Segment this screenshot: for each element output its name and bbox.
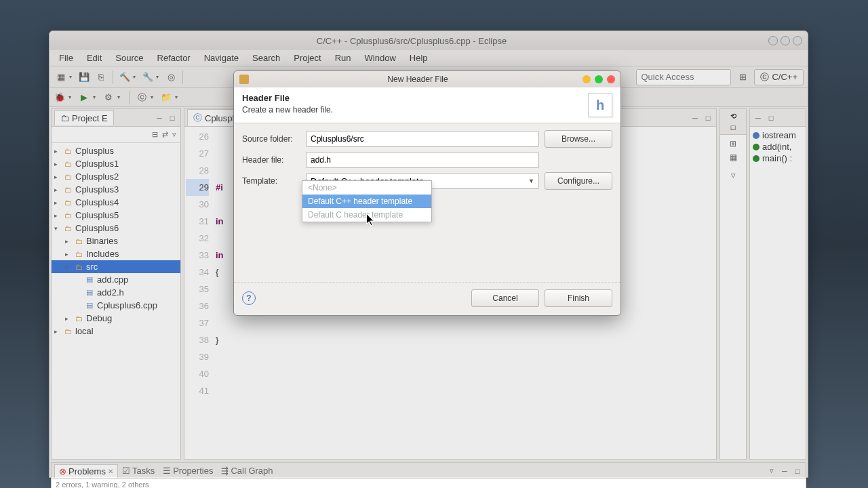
tree-item-add2-h[interactable]: ▤add2.h xyxy=(52,286,180,299)
save-all-icon[interactable]: ⎘ xyxy=(94,70,108,85)
tree-item-includes[interactable]: ▸🗀Includes xyxy=(52,247,180,260)
maximize-panel-icon-2[interactable]: □ xyxy=(731,123,736,131)
perspective-cpp[interactable]: ⓒ C/C++ xyxy=(754,69,804,85)
minimize-editor-icon[interactable]: ─ xyxy=(690,113,701,123)
open-perspective-icon[interactable]: ⊞ xyxy=(735,70,750,85)
run-icon[interactable]: ▶ xyxy=(78,92,90,104)
outline-item[interactable]: add(int, xyxy=(753,141,803,152)
maximize-button[interactable] xyxy=(781,36,790,45)
tree-item-cplusplus4[interactable]: ▸🗀Cplusplus4 xyxy=(52,196,180,209)
menu-source[interactable]: Source xyxy=(108,51,150,65)
tasks-icon: ☑ xyxy=(122,466,130,476)
quick-access-input[interactable] xyxy=(636,69,731,85)
dialog-titlebar[interactable]: New Header File xyxy=(234,71,620,87)
minimize-panel-icon[interactable]: ─ xyxy=(154,113,165,123)
tree-item-add-cpp[interactable]: ▤add.cpp xyxy=(52,273,180,286)
tree-item-debug[interactable]: ▸🗀Debug xyxy=(52,312,180,325)
header-file-input[interactable] xyxy=(306,152,539,168)
debug-icon[interactable]: 🐞 xyxy=(54,92,66,104)
menu-edit[interactable]: Edit xyxy=(80,51,108,65)
project-tree[interactable]: ▸🗀Cplusplus▸🗀Cplusplus1▸🗀Cplusplus2▸🗀Cpl… xyxy=(52,143,180,339)
menu-navigate[interactable]: Navigate xyxy=(197,51,245,65)
header-file-label: Header file: xyxy=(242,155,300,165)
browse-button[interactable]: Browse... xyxy=(545,130,612,148)
new-class-icon[interactable]: ⓒ xyxy=(136,92,148,104)
main-titlebar: C/C++ - Cplusplus6/src/Cplusplus6.cpp - … xyxy=(50,31,808,50)
tab-call-graph[interactable]: ⇶ Call Graph xyxy=(217,464,277,477)
link-editor-icon[interactable]: ⇄ xyxy=(162,130,168,139)
new-icon[interactable]: ▦ xyxy=(54,70,68,85)
tree-item-src[interactable]: ▾🗀src xyxy=(52,260,180,273)
tab-problems[interactable]: ⊗ Problems ✕ xyxy=(54,464,118,478)
dialog-minimize-button[interactable] xyxy=(583,75,591,83)
tree-item-cplusplus6[interactable]: ▾🗀Cplusplus6 xyxy=(52,222,180,235)
header-file-icon: h xyxy=(588,93,612,117)
dialog-subheading: Create a new header file. xyxy=(242,105,588,115)
new-folder-icon[interactable]: 📁 xyxy=(160,92,172,104)
menu-refactor[interactable]: Refactor xyxy=(151,51,197,65)
project-explorer-icon: 🗀 xyxy=(60,113,69,123)
source-folder-input[interactable] xyxy=(306,131,539,147)
collapse-all-icon[interactable]: ⊟ xyxy=(152,130,158,139)
target-icon[interactable]: ◎ xyxy=(163,70,178,85)
view-icon-2[interactable]: ▦ xyxy=(730,152,737,162)
chevron-down-icon: ▼ xyxy=(528,178,534,184)
outline-item[interactable]: main() : xyxy=(753,152,803,164)
menu-project[interactable]: Project xyxy=(287,51,328,65)
minimized-panel: ⟲ □ ⊞ ▦ ▿ xyxy=(719,108,747,460)
view-icon-1[interactable]: ⊞ xyxy=(730,139,736,148)
outline-item[interactable]: iostream xyxy=(753,129,803,141)
menu-help[interactable]: Help xyxy=(403,51,435,65)
finish-button[interactable]: Finish xyxy=(545,289,612,307)
dropdown-item-c[interactable]: Default C header template xyxy=(302,208,431,222)
dropdown-item-cpp[interactable]: Default C++ header template xyxy=(302,195,431,208)
close-button[interactable] xyxy=(793,36,802,45)
project-explorer-tab[interactable]: 🗀 Project E xyxy=(54,110,114,125)
outline-panel: ─ □ iostreamadd(int,main() : xyxy=(749,108,806,460)
dialog-app-icon xyxy=(239,75,249,84)
tree-item-cplusplus3[interactable]: ▸🗀Cplusplus3 xyxy=(52,183,180,196)
tree-item-cplusplus5[interactable]: ▸🗀Cplusplus5 xyxy=(52,209,180,222)
menu-file[interactable]: File xyxy=(52,51,80,65)
dialog-title: New Header File xyxy=(253,75,583,84)
restore-panel-icon[interactable]: ⟲ xyxy=(730,112,736,121)
cpp-file-icon: ⓒ xyxy=(193,112,202,124)
bottom-panel: ⊗ Problems ✕ ☑ Tasks ☰ Properties ⇶ Call… xyxy=(51,462,806,488)
maximize-bottom-icon[interactable]: □ xyxy=(792,466,803,476)
tree-item-cplusplus6-cpp[interactable]: ▤Cplusplus6.cpp xyxy=(52,299,180,312)
dropdown-item-none[interactable]: <None> xyxy=(302,181,431,195)
tree-item-cplusplus[interactable]: ▸🗀Cplusplus xyxy=(52,144,180,157)
view-menu-icon[interactable]: ▿ xyxy=(172,130,176,139)
tree-item-binaries[interactable]: ▸🗀Binaries xyxy=(52,235,180,247)
dialog-close-button[interactable] xyxy=(607,75,615,83)
minimize-button[interactable] xyxy=(768,36,778,45)
save-icon[interactable]: 💾 xyxy=(77,70,92,85)
maximize-outline-icon[interactable]: □ xyxy=(766,113,776,123)
help-icon[interactable]: ? xyxy=(242,291,256,305)
configure-button[interactable]: Configure... xyxy=(545,172,612,190)
dialog-heading: Header File xyxy=(242,93,588,103)
close-icon[interactable]: ✕ xyxy=(108,468,113,475)
minimize-bottom-icon[interactable]: ─ xyxy=(779,466,790,476)
cpp-icon: ⓒ xyxy=(760,71,769,83)
properties-icon: ☰ xyxy=(163,466,171,476)
maximize-panel-icon[interactable]: □ xyxy=(167,113,178,123)
tree-item-cplusplus1[interactable]: ▸🗀Cplusplus1 xyxy=(52,157,180,170)
tree-item-cplusplus2[interactable]: ▸🗀Cplusplus2 xyxy=(52,170,180,183)
view-menu-bottom-icon[interactable]: ▿ xyxy=(766,466,777,476)
tree-item-local[interactable]: ▸🗀local xyxy=(52,325,180,338)
menu-window[interactable]: Window xyxy=(358,51,403,65)
minimize-outline-icon[interactable]: ─ xyxy=(753,113,764,123)
menu-search[interactable]: Search xyxy=(245,51,287,65)
cancel-button[interactable]: Cancel xyxy=(471,289,539,307)
menu-run[interactable]: Run xyxy=(328,51,358,65)
template-label: Template: xyxy=(242,176,300,186)
maximize-editor-icon[interactable]: □ xyxy=(703,113,713,123)
profile-icon[interactable]: ⚙ xyxy=(102,92,115,104)
wrench-icon[interactable]: 🔧 xyxy=(140,70,155,85)
dialog-maximize-button[interactable] xyxy=(595,75,603,83)
tab-tasks[interactable]: ☑ Tasks xyxy=(118,464,159,477)
build-icon[interactable]: 🔨 xyxy=(117,70,132,85)
main-window-title: C/C++ - Cplusplus6/src/Cplusplus6.cpp - … xyxy=(55,36,768,46)
tab-properties[interactable]: ☰ Properties xyxy=(159,464,217,477)
